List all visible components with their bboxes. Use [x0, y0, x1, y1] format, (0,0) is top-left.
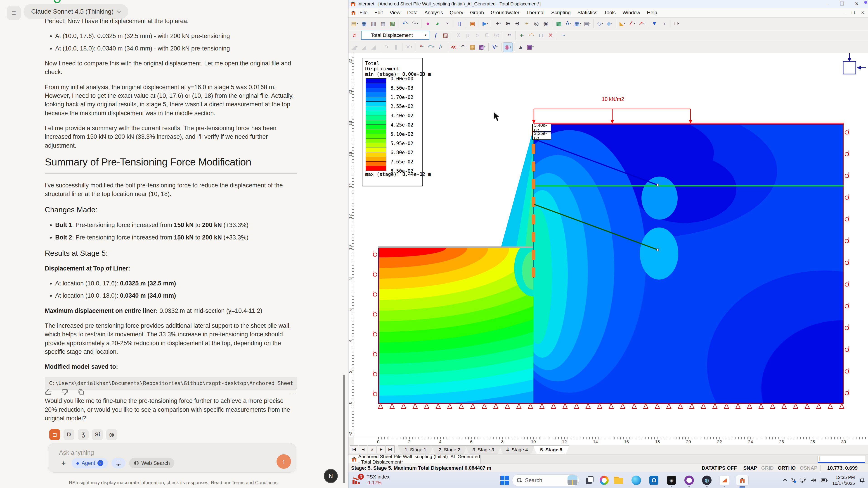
interpret-app-button[interactable]	[736, 475, 749, 486]
toolbar-button[interactable]: ◢	[369, 42, 378, 52]
toolbar-button[interactable]: σ	[472, 31, 482, 40]
toolbar-button[interactable]: +▾	[494, 19, 503, 28]
toolbar-button[interactable]: *▾	[382, 42, 391, 52]
electron-button[interactable]: ◍	[702, 475, 712, 486]
clock[interactable]: 12:35 PM 10/17/2025	[832, 475, 855, 486]
stage-nav-button[interactable]: ◀	[359, 446, 367, 453]
document-tab[interactable]: Anchored Sheet Pile Wall_scripting (Init…	[348, 455, 481, 464]
stage-nav-button[interactable]: |◀	[350, 446, 359, 453]
maximize-button[interactable]: ❐	[840, 1, 844, 7]
model-icon-5[interactable]: ◎	[106, 429, 117, 440]
toolbar-button[interactable]: ▣	[468, 19, 477, 28]
toolbar-button[interactable]: *▾	[417, 42, 427, 52]
task-view-button[interactable]	[585, 475, 595, 486]
toolbar-button[interactable]: ▦▾	[573, 19, 583, 28]
stage-tab-4[interactable]: 4. Stage 4	[499, 446, 535, 454]
toolbar-button[interactable]: ▲	[516, 42, 525, 52]
news-widget[interactable]: 3 TSX index -1.17%	[351, 474, 390, 486]
menu-statistics[interactable]: Statistics	[574, 10, 601, 16]
toolbar-button[interactable]: □▾	[672, 19, 681, 28]
stage-nav-button[interactable]: ▶	[377, 446, 385, 453]
send-button[interactable]: ↑	[277, 454, 291, 469]
start-button[interactable]	[500, 476, 509, 485]
menu-analysis[interactable]: Analysis	[421, 10, 446, 16]
toolbar-button[interactable]: ◠	[458, 42, 468, 52]
menu-window[interactable]: Window	[619, 10, 644, 16]
model-icon-4[interactable]: Si	[92, 429, 103, 440]
contour-plot[interactable]	[354, 53, 868, 437]
unity-button[interactable]: ◈	[666, 475, 677, 486]
result-type-dropdown[interactable]: Total Displacement ▼	[361, 31, 429, 40]
toolbar-button[interactable]: ▥	[369, 19, 378, 28]
status-toggle-ortho[interactable]: ORTHO	[778, 465, 796, 471]
file-explorer-button[interactable]	[613, 475, 624, 486]
stage-tab-2[interactable]: 2. Stage 2	[432, 446, 467, 454]
toolbar-button[interactable]: ⊕	[503, 19, 513, 28]
menu-help[interactable]: Help	[644, 10, 660, 16]
menu-groundwater[interactable]: Groundwater	[487, 10, 523, 16]
status-toggle-grid[interactable]: GRID	[761, 465, 774, 471]
copy-icon[interactable]	[77, 389, 85, 396]
toolbar-button[interactable]: ◇▾	[595, 19, 605, 28]
github-button[interactable]	[684, 475, 694, 486]
toolbar-button[interactable]: +	[522, 19, 532, 28]
toolbar-button[interactable]: ±σ	[492, 31, 501, 40]
toolbar-button[interactable]: ◣▾	[618, 19, 627, 28]
thumbs-down-icon[interactable]	[61, 389, 68, 396]
title-bar[interactable]: Interpret - [Anchored Sheet Pile Wall_sc…	[348, 0, 868, 8]
status-toggle-snap[interactable]: SNAP	[743, 465, 757, 471]
toolbar-button[interactable]: +▾	[517, 31, 527, 40]
toolbar-button[interactable]: □	[536, 31, 546, 40]
menu-icon[interactable]: ≡	[7, 6, 21, 20]
minimize-button[interactable]: –	[827, 1, 830, 7]
speaker-icon[interactable]	[811, 478, 816, 483]
close-button[interactable]: ✕	[855, 1, 859, 7]
toolbar-button[interactable]: ↗▾	[637, 19, 646, 28]
menu-tools[interactable]: Tools	[601, 10, 619, 16]
status-toggle-osnap[interactable]: OSNAP	[800, 465, 817, 471]
chat-scrollbar[interactable]	[343, 375, 345, 483]
toolbar-button[interactable]: ▦	[359, 19, 369, 28]
toolbar-button[interactable]: ▶▾	[481, 19, 490, 28]
edge-button[interactable]	[631, 475, 642, 486]
toolbar-button[interactable]: ◑	[659, 19, 669, 28]
toolbar-button[interactable]: ◠▾	[427, 42, 436, 52]
avatar[interactable]: N	[324, 469, 338, 483]
quick-search-input[interactable]: |	[817, 456, 865, 463]
stage-tab-3[interactable]: 3. Stage 3	[466, 446, 501, 454]
toolbar-button[interactable]: ✕	[546, 31, 555, 40]
toolbar-button[interactable]: ≪	[449, 42, 458, 52]
sync-icon[interactable]: ↻	[791, 477, 795, 483]
toolbar-button[interactable]: ↷▾	[410, 19, 420, 28]
toolbar-button[interactable]: μ	[463, 31, 472, 40]
terms-link[interactable]: Terms and Conditions	[231, 480, 277, 485]
toolbar-button[interactable]: ▩▾	[477, 42, 487, 52]
mdi-close-button[interactable]: ✕	[861, 10, 864, 15]
toolbar-button[interactable]: ▮	[391, 42, 401, 52]
toolbar-button[interactable]: ≈	[504, 31, 514, 40]
toolbar-button[interactable]: ◢	[359, 42, 369, 52]
toolbar-button[interactable]: ~	[559, 31, 568, 40]
toolbar-button[interactable]: ◉	[541, 19, 551, 28]
stage-tab-5[interactable]: 5. Stage 5	[533, 446, 569, 454]
menu-scripting[interactable]: Scripting	[548, 10, 574, 16]
toolbar-button[interactable]: ◔	[442, 19, 452, 28]
toolbar-button[interactable]: ▤▾	[350, 19, 359, 28]
more-options-button[interactable]: ...	[290, 388, 297, 396]
toolbar-button[interactable]: ◎	[532, 19, 541, 28]
toolbar-button[interactable]: ▩	[554, 19, 563, 28]
notification-bell-icon[interactable]	[860, 477, 865, 483]
toolbar-button[interactable]: ◕	[433, 19, 442, 28]
menu-query[interactable]: Query	[446, 10, 467, 16]
chat-input[interactable]	[59, 449, 262, 456]
thumbs-up-icon[interactable]	[45, 389, 52, 396]
model-icon-2[interactable]: D	[64, 429, 74, 440]
menu-data[interactable]: Data	[404, 10, 421, 16]
toolbar-button[interactable]: /▾	[436, 42, 445, 52]
screen-share-button[interactable]	[112, 458, 125, 468]
toolbar-button[interactable]: ✕▾	[404, 42, 413, 52]
plot-canvas[interactable]: 2220181614121086420-2	[348, 53, 868, 437]
toolbar-button[interactable]: A▾	[563, 19, 573, 28]
toolbar-button[interactable]: ⊖	[513, 19, 522, 28]
network-icon[interactable]	[800, 478, 806, 483]
